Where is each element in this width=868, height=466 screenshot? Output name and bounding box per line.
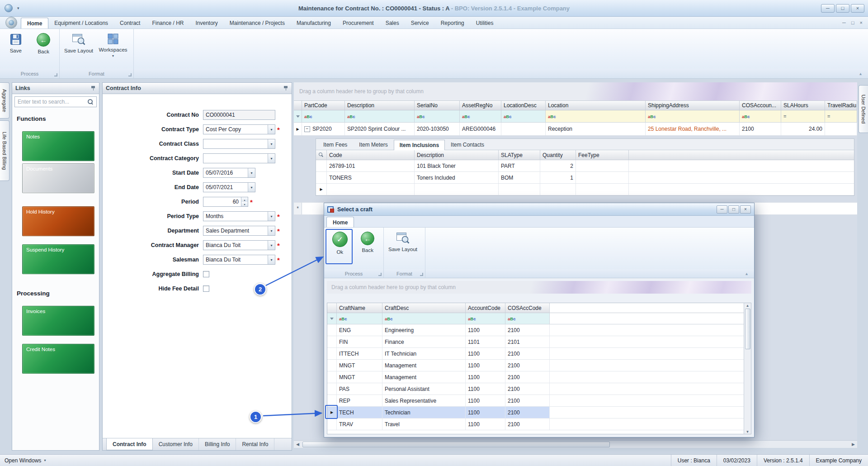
tab-service[interactable]: Service — [405, 18, 435, 29]
tab-contract-info[interactable]: Contract Info — [106, 438, 153, 450]
scroll-up-icon[interactable]: ▴ — [744, 303, 751, 308]
maximize-button[interactable]: □ — [836, 4, 849, 13]
craft-row-selected[interactable]: ▶ TECH Technician 1100 2100 — [327, 407, 751, 418]
scrollbar-thumb[interactable] — [745, 309, 750, 349]
tab-utilities[interactable]: Utilities — [470, 18, 500, 29]
contract-class-dropdown[interactable]: ▾ — [203, 139, 275, 149]
tab-customer-info[interactable]: Customer Info — [153, 438, 199, 450]
contract-no-input[interactable]: CO0000041 — [203, 110, 275, 120]
aggregate-billing-checkbox[interactable] — [203, 271, 209, 277]
scrollbar-thumb[interactable] — [302, 442, 610, 447]
cell-cosacccode[interactable]: 2100 — [505, 395, 550, 406]
dialog-close-button[interactable]: × — [740, 205, 751, 214]
column-header[interactable]: CraftDesc — [382, 303, 466, 313]
column-header[interactable]: COSAccCode — [505, 303, 550, 313]
cell-code[interactable]: 26789-101 — [327, 160, 415, 171]
hold-history-button[interactable]: Hold History — [22, 206, 94, 236]
suspend-history-button[interactable]: Suspend History — [22, 244, 94, 274]
cell-accountcode[interactable]: 1100 — [466, 418, 505, 430]
period-type-dropdown[interactable]: Months ▾ — [203, 211, 275, 221]
filter-cell[interactable]: aBc — [415, 110, 460, 122]
documents-button[interactable]: Documents — [22, 163, 94, 193]
start-date-picker[interactable]: 05/07/2016 ▾ — [203, 168, 255, 178]
mdi-close-icon[interactable]: × — [860, 20, 863, 25]
tab-contract[interactable]: Contract — [114, 18, 146, 29]
spin-up-icon[interactable]: ▴ — [241, 197, 248, 202]
dialog-tab-home[interactable]: Home — [326, 217, 354, 227]
craft-row[interactable]: ENG Engineering 1100 2100 — [327, 324, 751, 336]
cell-quantity[interactable]: 1 — [540, 172, 576, 183]
column-header[interactable]: ShippingAddress — [646, 101, 740, 110]
salesman-dropdown[interactable]: Bianca Du Toit ▾ — [203, 255, 275, 265]
cell-shippingaddress[interactable]: 25 Lonestar Road, Ranchville, ... — [646, 123, 740, 135]
craft-row[interactable]: FIN Finance 1101 2101 — [327, 336, 751, 348]
column-header[interactable]: TravelRadiu... — [825, 101, 857, 110]
cell-locationdesc[interactable] — [501, 123, 546, 135]
cell-craftdesc[interactable]: Engineering — [382, 324, 466, 336]
pin-icon[interactable] — [91, 86, 96, 91]
filter-cell[interactable]: aBc — [740, 110, 781, 122]
craft-row[interactable]: MNGT Management 1100 2100 — [327, 371, 751, 383]
cell-accountcode[interactable]: 1100 — [466, 407, 505, 418]
cell-serialno[interactable]: 2020-103050 — [415, 123, 460, 135]
chevron-down-icon[interactable]: ▾ — [268, 154, 275, 163]
craft-row[interactable]: ITTECH IT Technician 1100 2100 — [327, 348, 751, 360]
column-header[interactable]: Location — [546, 101, 646, 110]
cell-cosacccode[interactable]: 2100 — [505, 418, 550, 430]
cell-craftdesc[interactable]: Management — [382, 360, 466, 371]
cell-accountcode[interactable]: 1100 — [466, 395, 505, 406]
cell-assetregno[interactable]: AREG000046 — [460, 123, 501, 135]
spinner-arrows[interactable]: ▴ ▾ — [241, 197, 248, 206]
column-header[interactable]: AssetRegNo — [460, 101, 501, 110]
cell-quantity[interactable]: 2 — [540, 160, 576, 171]
search-icon[interactable] — [88, 99, 94, 105]
horizontal-scrollbar[interactable]: ◀ ▶ — [294, 440, 857, 448]
chevron-down-icon[interactable]: ▾ — [268, 125, 275, 134]
period-stepper[interactable]: 60 ▴ ▾ — [203, 197, 248, 207]
inclusion-row[interactable]: TONERS Toners Included BOM 1 — [316, 172, 854, 184]
filter-cell[interactable]: aBc — [337, 313, 382, 324]
scroll-down-icon[interactable]: ▾ — [744, 429, 751, 434]
spin-down-icon[interactable]: ▾ — [241, 202, 248, 206]
tab-rental-info[interactable]: Rental Info — [236, 438, 274, 450]
cell-craftdesc[interactable]: Finance — [382, 336, 466, 347]
search-icon[interactable] — [316, 150, 327, 160]
tab-finance-hr[interactable]: Finance / HR — [146, 18, 189, 29]
contract-manager-dropdown[interactable]: Bianca Du Toit ▾ — [203, 240, 275, 250]
craft-row[interactable]: REP Sales Representative 1100 2100 — [327, 395, 751, 407]
save-button[interactable]: Save — [3, 31, 29, 53]
chevron-down-icon[interactable]: ▾ — [248, 183, 255, 192]
column-header[interactable]: PartCode — [302, 101, 345, 110]
column-header[interactable]: CraftName — [337, 303, 382, 313]
invoices-button[interactable]: Invoices — [22, 306, 94, 336]
contract-type-dropdown[interactable]: Cost Per Copy ▾ — [203, 124, 275, 134]
cell-accountcode[interactable]: 1100 — [466, 360, 505, 371]
department-dropdown[interactable]: Sales Department ▾ — [203, 226, 275, 236]
side-tab-aggregate[interactable]: Aggregate — [0, 82, 9, 119]
cell-accountcode[interactable]: 1100 — [466, 383, 505, 395]
dialog-launcher-icon[interactable] — [128, 73, 132, 76]
collapse-detail-icon[interactable]: − — [304, 126, 310, 132]
dialog-save-layout-button[interactable]: Save Layout — [387, 229, 419, 252]
filter-cell[interactable]: aBc — [546, 110, 646, 122]
tab-sales[interactable]: Sales — [380, 18, 405, 29]
open-windows-button[interactable]: Open Windows ▾ — [0, 457, 46, 464]
craft-row[interactable]: MNGT Management 1100 2100 — [327, 360, 751, 371]
cell-cosacccode[interactable]: 2101 — [505, 336, 550, 347]
filter-cell[interactable]: aBc — [646, 110, 740, 122]
cell-accountcode[interactable]: 1100 — [466, 371, 505, 383]
tab-inventory[interactable]: Inventory — [189, 18, 223, 29]
chevron-down-icon[interactable]: ▾ — [268, 241, 275, 250]
filter-cell[interactable]: aBc — [466, 313, 505, 324]
dialog-minimize-button[interactable]: ─ — [717, 205, 727, 214]
mdi-minimize-icon[interactable]: ─ — [842, 20, 846, 25]
cell-craftdesc[interactable]: IT Technician — [382, 348, 466, 359]
tab-equipment-locations[interactable]: Equipment / Locations — [48, 18, 114, 29]
filter-cell[interactable]: aBc — [460, 110, 501, 122]
cell-slatype[interactable]: PART — [499, 160, 540, 171]
cell-code[interactable]: TONERS — [327, 172, 415, 183]
tab-reporting[interactable]: Reporting — [435, 18, 470, 29]
cell-craftname[interactable]: PAS — [337, 383, 382, 395]
notes-button[interactable]: Notes — [22, 131, 94, 161]
cell-cosacccode[interactable]: 2100 — [505, 324, 550, 336]
